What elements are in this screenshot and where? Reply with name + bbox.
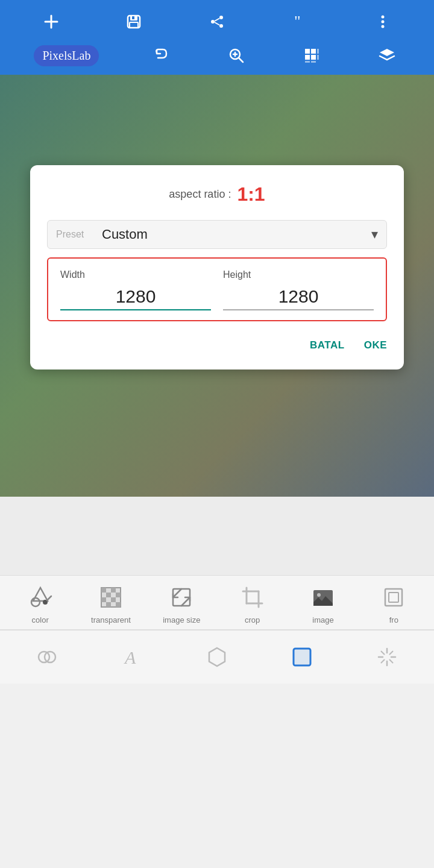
color-label: color [32, 615, 49, 624]
canvas-area: aspect ratio : 1:1 Preset Custom ▾ Width… [0, 75, 434, 497]
svg-line-64 [389, 660, 392, 663]
dialog-buttons: BATAL OKE [47, 331, 387, 355]
more-icon[interactable] [370, 8, 396, 35]
crop-icon [238, 583, 267, 612]
dimensions-inputs [60, 286, 374, 310]
svg-rect-26 [317, 55, 319, 60]
svg-point-29 [31, 598, 40, 606]
svg-rect-23 [305, 61, 310, 63]
dialog: aspect ratio : 1:1 Preset Custom ▾ Width… [30, 165, 404, 370]
svg-rect-34 [111, 588, 116, 593]
chevron-down-icon: ▾ [371, 227, 378, 242]
svg-line-10 [215, 22, 219, 25]
canvas-nav-item[interactable] [278, 639, 326, 675]
svg-rect-25 [317, 49, 319, 54]
save-icon[interactable] [121, 8, 147, 35]
height-input[interactable] [223, 286, 374, 310]
preset-dropdown[interactable]: Preset Custom ▾ [47, 220, 387, 249]
color-icon [26, 583, 55, 612]
svg-marker-28 [33, 588, 48, 601]
svg-line-18 [239, 58, 243, 63]
transparent-icon [96, 583, 125, 612]
crop-tool[interactable]: crop [228, 583, 277, 624]
svg-text:A: A [124, 647, 136, 667]
svg-point-12 [382, 16, 385, 19]
svg-rect-5 [132, 16, 134, 19]
svg-point-14 [382, 25, 385, 28]
aspect-ratio-row: aspect ratio : 1:1 [47, 183, 387, 206]
svg-point-13 [382, 20, 385, 24]
ok-button[interactable]: OKE [364, 336, 387, 355]
shape-icon [206, 646, 228, 668]
svg-rect-36 [116, 593, 121, 597]
svg-rect-21 [305, 55, 310, 60]
dimensions-box: Width Height [47, 257, 387, 321]
top-toolbar: " PixelsLab [0, 0, 434, 75]
svg-text:": " [294, 13, 301, 30]
pixelslab-logo[interactable]: PixelsLab [34, 45, 99, 66]
svg-line-43 [181, 597, 190, 606]
text-icon: A [121, 646, 143, 668]
height-label: Height [211, 269, 374, 280]
zoom-in-icon[interactable] [223, 42, 250, 69]
aspect-ratio-label: aspect ratio : [169, 188, 231, 201]
text-nav-item[interactable]: A [108, 639, 156, 675]
svg-rect-40 [116, 602, 121, 607]
svg-rect-20 [311, 49, 316, 54]
toolbar-row-1: " [0, 5, 434, 39]
aspect-ratio-value: 1:1 [237, 183, 265, 206]
width-input[interactable] [60, 286, 211, 310]
width-label: Width [60, 269, 211, 280]
image-label: image [312, 615, 333, 624]
effects-nav-item[interactable] [363, 639, 411, 675]
layers-icon[interactable] [374, 42, 400, 69]
svg-rect-37 [101, 597, 106, 602]
svg-line-65 [389, 652, 392, 655]
width-input-wrap [60, 286, 211, 310]
svg-rect-58 [294, 649, 310, 665]
grid-icon[interactable] [298, 42, 325, 69]
svg-rect-48 [247, 591, 259, 603]
add-icon[interactable] [38, 8, 64, 35]
image-tool[interactable]: image [299, 583, 347, 624]
svg-point-50 [317, 593, 321, 597]
color-tool[interactable]: color [16, 583, 64, 624]
bottom-nav-toolbar: A [0, 629, 434, 684]
dimensions-labels: Width Height [60, 269, 374, 286]
svg-rect-35 [106, 593, 111, 597]
middle-space [0, 497, 434, 575]
transparent-tool[interactable]: transparent [87, 583, 135, 624]
frame-label: fro [389, 615, 398, 624]
svg-point-7 [211, 20, 215, 24]
svg-rect-19 [305, 49, 310, 54]
svg-rect-52 [389, 593, 398, 602]
svg-rect-24 [311, 61, 316, 63]
svg-marker-56 [209, 648, 225, 666]
preset-label: Preset [56, 229, 92, 240]
frame-tool[interactable]: fro [370, 583, 418, 624]
blend-icon [36, 646, 58, 668]
shape-nav-item[interactable] [193, 639, 241, 675]
share-icon[interactable] [204, 8, 230, 35]
cancel-button[interactable]: BATAL [310, 336, 345, 355]
svg-rect-4 [130, 22, 138, 28]
transparent-label: transparent [91, 615, 131, 624]
image-size-label: image size [163, 615, 200, 624]
svg-line-31 [47, 596, 51, 600]
height-input-wrap [223, 286, 374, 310]
svg-line-9 [215, 19, 219, 22]
blend-nav-item[interactable] [23, 639, 71, 675]
svg-point-6 [219, 16, 223, 19]
svg-marker-27 [380, 49, 394, 56]
bottom-toolbar-1: color transparent [0, 575, 434, 629]
svg-point-8 [219, 24, 223, 28]
toolbar-row-2: PixelsLab [0, 39, 434, 72]
quote-icon[interactable]: " [287, 8, 313, 35]
undo-icon[interactable] [148, 42, 174, 69]
svg-rect-22 [311, 55, 316, 60]
image-size-tool[interactable]: image size [157, 583, 206, 624]
svg-rect-51 [385, 589, 402, 606]
canvas-icon [291, 646, 313, 668]
svg-line-63 [381, 652, 384, 655]
image-size-icon [167, 583, 196, 612]
